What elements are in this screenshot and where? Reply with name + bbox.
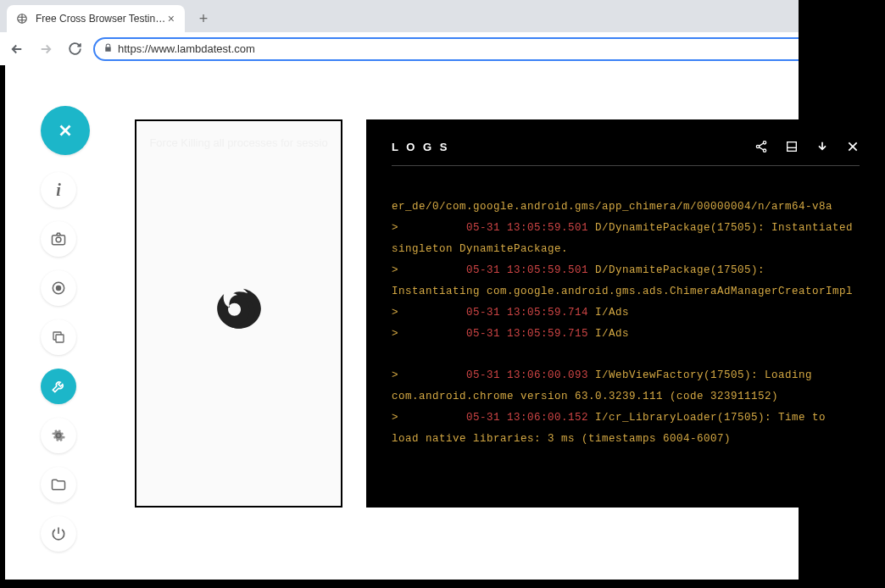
power-icon [50,525,67,542]
svg-point-2 [56,237,61,242]
download-icon [815,140,829,153]
logs-title: L O G S [392,141,449,153]
split-icon [785,140,799,153]
close-session-button[interactable] [41,106,90,155]
files-button[interactable] [41,467,76,502]
log-content[interactable]: er_de/0/com.google.android.gms/app_chime… [392,197,860,450]
power-button[interactable] [41,516,76,552]
close-logs-button[interactable] [846,140,860,153]
logs-panel: L O G S er_de/0/com.google.android.gms/a… [366,119,885,508]
sidebar: i [41,106,90,552]
camera-icon [50,230,67,247]
log-line: > 05-31 13:05:59.714 I/Ads [392,302,860,324]
browser-tab[interactable]: Free Cross Browser Testing Clou × [7,5,185,32]
log-line: > 05-31 13:06:00.152 I/cr_LibraryLoader(… [392,408,860,450]
svg-point-4 [57,286,61,291]
logs-actions [754,140,860,153]
download-button[interactable] [815,140,829,153]
close-icon [846,140,860,153]
share-button[interactable] [754,140,768,153]
tab-favicon-icon [15,12,29,25]
reload-button[interactable] [64,39,85,59]
lock-icon [103,42,113,55]
back-button[interactable] [7,39,27,59]
log-line: > 05-31 13:05:59.501 D/DynamitePackage(1… [392,260,860,302]
tab-title: Free Cross Browser Testing Clou [36,13,166,25]
tab-bar: Free Cross Browser Testing Clou × + [0,0,885,32]
svg-rect-9 [788,142,797,152]
record-icon [50,280,67,297]
devtools-button[interactable] [41,369,76,404]
log-line: er_de/0/com.google.android.gms/app_chime… [392,197,860,218]
tools-icon [50,378,67,395]
device-status-text: Force Killing all processes for sessio [149,136,327,149]
settings-button[interactable] [41,418,76,453]
device-frame: Force Killing all processes for sessio [135,119,342,508]
gear-icon [50,427,67,444]
info-button[interactable]: i [41,172,76,208]
log-line: > 05-31 13:05:59.501 D/DynamitePackage(1… [392,218,860,260]
screenshot-button[interactable] [41,221,76,257]
logs-header: L O G S [392,140,860,166]
browser-chrome: Free Cross Browser Testing Clou × + http… [0,0,885,65]
record-button[interactable] [41,270,76,306]
tab-close-icon[interactable]: × [166,12,176,25]
firefox-logo-icon [210,285,268,342]
new-tab-button[interactable]: + [192,7,215,31]
address-bar[interactable]: https://www.lambdatest.com [93,37,849,61]
copy-button[interactable] [41,319,76,355]
share-icon [754,140,768,153]
svg-rect-5 [56,335,64,342]
info-icon: i [56,180,61,200]
forward-button[interactable] [36,39,56,59]
url-text: https://www.lambdatest.com [118,42,255,55]
log-line: > 05-31 13:06:00.093 I/WebViewFactory(17… [392,365,860,408]
address-bar-row: https://www.lambdatest.com ⋮ [0,32,885,65]
log-line: > 05-31 13:05:59.715 I/Ads [392,324,860,345]
folder-icon [50,476,67,493]
split-button[interactable] [785,140,799,153]
copy-icon [51,330,66,345]
